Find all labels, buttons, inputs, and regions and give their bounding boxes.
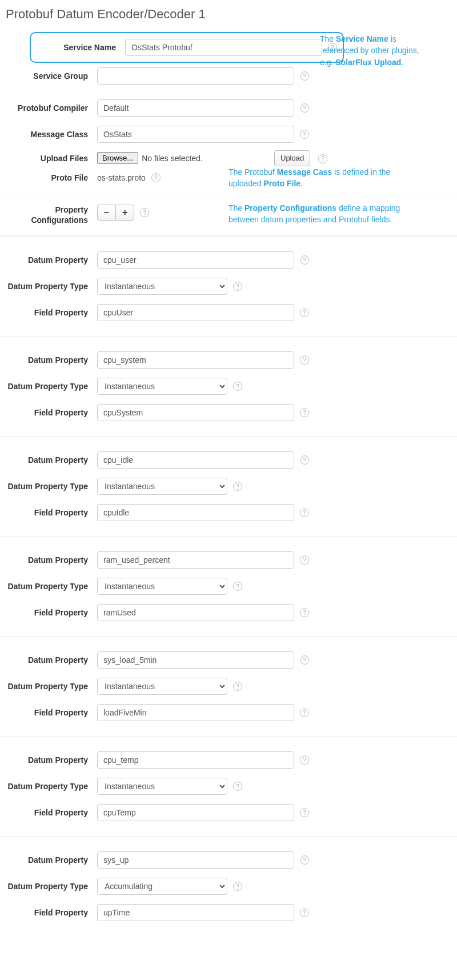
help-icon[interactable]: ? bbox=[300, 908, 309, 917]
remove-config-button[interactable]: – bbox=[97, 205, 116, 221]
label-field-property: Field Property bbox=[0, 408, 97, 417]
browse-button[interactable]: Browse... bbox=[97, 152, 138, 164]
property-config-block: Datum Property?Datum Property TypeInstan… bbox=[0, 336, 457, 436]
proto-file-value: os-stats.proto bbox=[97, 173, 146, 182]
no-files-text: No files selected. bbox=[142, 154, 203, 163]
help-icon[interactable]: ? bbox=[300, 855, 309, 865]
page-title: Protobuf Datum Encoder/Decoder 1 bbox=[0, 0, 457, 30]
label-datum-property-type: Datum Property Type bbox=[0, 782, 97, 791]
help-icon[interactable]: ? bbox=[300, 808, 309, 817]
help-icon[interactable]: ? bbox=[300, 308, 309, 317]
label-datum-property: Datum Property bbox=[0, 855, 97, 865]
help-icon[interactable]: ? bbox=[300, 103, 309, 113]
label-service-name: Service Name bbox=[31, 43, 125, 52]
label-field-property: Field Property bbox=[0, 708, 97, 717]
field-property-input[interactable] bbox=[97, 504, 294, 521]
help-icon[interactable]: ? bbox=[233, 282, 242, 291]
datum-property-type-select[interactable]: InstantaneousAccumulating bbox=[97, 678, 227, 695]
label-field-property: Field Property bbox=[0, 808, 97, 817]
datum-property-input[interactable] bbox=[97, 451, 294, 469]
label-datum-property-type: Datum Property Type bbox=[0, 882, 97, 891]
label-datum-property-type: Datum Property Type bbox=[0, 282, 97, 291]
service-group-input[interactable] bbox=[97, 67, 294, 85]
help-icon[interactable]: ? bbox=[300, 608, 309, 617]
help-icon[interactable]: ? bbox=[151, 173, 161, 182]
label-protobuf-compiler: Protobuf Compiler bbox=[0, 103, 97, 113]
help-icon[interactable]: ? bbox=[300, 455, 309, 465]
service-name-highlight: Service Name ? bbox=[30, 32, 344, 63]
datum-property-input[interactable] bbox=[97, 251, 294, 269]
label-datum-property-type: Datum Property Type bbox=[0, 682, 97, 691]
help-icon[interactable]: ? bbox=[300, 655, 309, 665]
help-icon[interactable]: ? bbox=[233, 782, 242, 791]
field-property-input[interactable] bbox=[97, 404, 294, 421]
label-field-property: Field Property bbox=[0, 508, 97, 517]
datum-property-input[interactable] bbox=[97, 351, 294, 369]
upload-button[interactable]: Upload bbox=[274, 150, 310, 166]
datum-property-type-select[interactable]: InstantaneousAccumulating bbox=[97, 278, 227, 295]
label-datum-property-type: Datum Property Type bbox=[0, 482, 97, 491]
service-name-input[interactable] bbox=[125, 39, 322, 56]
help-icon[interactable]: ? bbox=[300, 555, 309, 565]
help-icon[interactable]: ? bbox=[328, 43, 337, 52]
help-icon[interactable]: ? bbox=[300, 755, 309, 765]
label-field-property: Field Property bbox=[0, 608, 97, 617]
datum-property-input[interactable] bbox=[97, 751, 294, 769]
annotation-property-configs: The Property Configurations define a map… bbox=[228, 202, 406, 226]
label-datum-property: Datum Property bbox=[0, 655, 97, 665]
help-icon[interactable]: ? bbox=[233, 482, 242, 491]
help-icon[interactable]: ? bbox=[300, 255, 309, 265]
help-icon[interactable]: ? bbox=[233, 382, 242, 391]
label-datum-property-type: Datum Property Type bbox=[0, 382, 97, 391]
datum-property-type-select[interactable]: InstantaneousAccumulating bbox=[97, 878, 227, 895]
help-icon[interactable]: ? bbox=[233, 882, 242, 891]
label-message-class: Message Class bbox=[0, 130, 97, 139]
field-property-input[interactable] bbox=[97, 304, 294, 321]
field-property-input[interactable] bbox=[97, 704, 294, 721]
add-config-button[interactable]: + bbox=[116, 205, 134, 221]
label-proto-file: Proto File bbox=[0, 173, 97, 182]
label-service-group: Service Group bbox=[0, 71, 97, 81]
label-field-property: Field Property bbox=[0, 908, 97, 917]
help-icon[interactable]: ? bbox=[318, 154, 327, 163]
label-field-property: Field Property bbox=[0, 308, 97, 317]
protobuf-compiler-input[interactable] bbox=[97, 99, 294, 117]
label-datum-property: Datum Property bbox=[0, 455, 97, 465]
help-icon[interactable]: ? bbox=[300, 71, 309, 81]
datum-property-input[interactable] bbox=[97, 851, 294, 869]
help-icon[interactable]: ? bbox=[300, 408, 309, 417]
label-upload-files: Upload Files bbox=[0, 154, 97, 163]
label-datum-property-type: Datum Property Type bbox=[0, 582, 97, 591]
label-datum-property: Datum Property bbox=[0, 255, 97, 265]
datum-property-type-select[interactable]: InstantaneousAccumulating bbox=[97, 378, 227, 395]
label-datum-property: Datum Property bbox=[0, 555, 97, 565]
message-class-input[interactable] bbox=[97, 126, 294, 143]
datum-property-type-select[interactable]: InstantaneousAccumulating bbox=[97, 578, 227, 595]
property-config-block: Datum Property?Datum Property TypeInstan… bbox=[0, 636, 457, 736]
property-config-block: Datum Property?Datum Property TypeInstan… bbox=[0, 536, 457, 636]
label-datum-property: Datum Property bbox=[0, 355, 97, 365]
help-icon[interactable]: ? bbox=[300, 130, 309, 139]
datum-property-type-select[interactable]: InstantaneousAccumulating bbox=[97, 778, 227, 795]
help-icon[interactable]: ? bbox=[300, 508, 309, 517]
label-datum-property: Datum Property bbox=[0, 755, 97, 765]
help-icon[interactable]: ? bbox=[300, 708, 309, 717]
datum-property-input[interactable] bbox=[97, 651, 294, 669]
annotation-message-class: The Protobuf Message Cass is defined in … bbox=[228, 166, 417, 190]
help-icon[interactable]: ? bbox=[233, 682, 242, 691]
property-config-block: Datum Property?Datum Property TypeInstan… bbox=[0, 236, 457, 336]
datum-property-type-select[interactable]: InstantaneousAccumulating bbox=[97, 478, 227, 495]
property-config-block: Datum Property?Datum Property TypeInstan… bbox=[0, 736, 457, 836]
label-property-configs: PropertyConfigurations bbox=[0, 205, 97, 225]
property-config-block: Datum Property?Datum Property TypeInstan… bbox=[0, 436, 457, 536]
help-icon[interactable]: ? bbox=[233, 582, 242, 591]
field-property-input[interactable] bbox=[97, 904, 294, 921]
help-icon[interactable]: ? bbox=[140, 208, 149, 217]
field-property-input[interactable] bbox=[97, 604, 294, 621]
help-icon[interactable]: ? bbox=[300, 355, 309, 365]
property-config-block: Datum Property?Datum Property TypeInstan… bbox=[0, 836, 457, 936]
datum-property-input[interactable] bbox=[97, 551, 294, 569]
field-property-input[interactable] bbox=[97, 804, 294, 821]
